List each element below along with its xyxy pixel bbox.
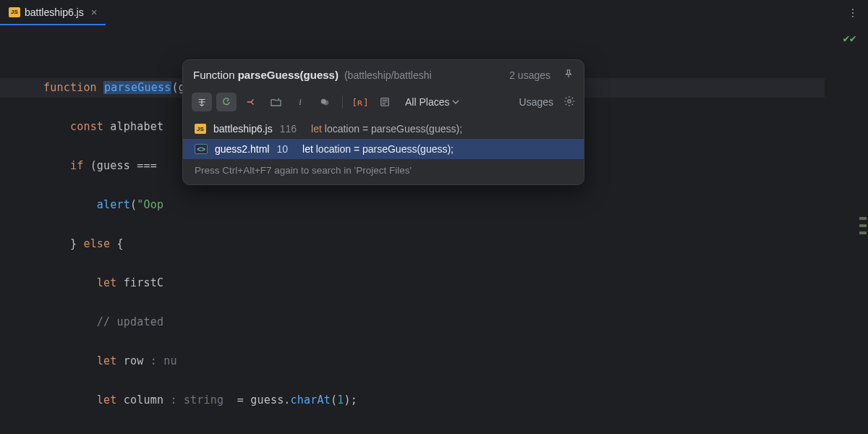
toolbar-btn-filter[interactable]: [192, 93, 212, 111]
usage-file: guess2.html: [215, 143, 269, 155]
usage-code: let location = parseGuess(guess);: [302, 143, 454, 155]
code-line: // updated: [43, 312, 868, 332]
tab-battleship6[interactable]: JS battleship6.js ×: [0, 0, 106, 25]
toolbar-btn-newfolder[interactable]: [265, 93, 286, 111]
places-dropdown[interactable]: All Places: [405, 96, 459, 108]
usage-row[interactable]: JS battleship6.js 116 let location = par…: [183, 119, 584, 139]
gear-icon[interactable]: [563, 95, 575, 109]
usage-code: let location = parseGuess(guess);: [311, 123, 462, 135]
toolbar-btn-brackets[interactable]: [ʀ]: [350, 93, 370, 111]
code-line: [43, 430, 868, 434]
code-line: } else {: [43, 234, 868, 254]
usages-popup-header: Function parseGuess(guess) (battleship/b…: [183, 60, 584, 88]
code-line: alert("Oop: [43, 195, 868, 215]
js-file-icon: JS: [195, 124, 206, 134]
chevron-down-icon: [452, 98, 459, 106]
toolbar-separator: [342, 95, 343, 109]
editor-tabs: JS battleship6.js × ⋯: [0, 0, 868, 26]
toolbar-btn-exclude[interactable]: [241, 93, 261, 111]
usages-footer-hint: Press Ctrl+Alt+F7 again to search in 'Pr…: [183, 159, 584, 184]
close-icon[interactable]: ×: [91, 6, 98, 18]
usage-line: 10: [276, 143, 288, 155]
usage-file: battleship6.js: [213, 123, 273, 135]
code-line: let firstC: [43, 273, 868, 293]
usages-popup: Function parseGuess(guess) (battleship/b…: [182, 59, 584, 185]
usages-title: Function parseGuess(guess): [193, 69, 339, 81]
svg-point-3: [568, 99, 571, 102]
code-line: let row : nu: [43, 352, 868, 371]
tab-filename: battleship6.js: [25, 7, 84, 18]
toolbar-btn-preview[interactable]: [375, 93, 395, 111]
toolbar-btn-refresh[interactable]: [216, 93, 237, 111]
js-file-icon: JS: [9, 7, 20, 17]
usages-count: 2 usages: [509, 69, 550, 81]
more-icon[interactable]: ⋯: [847, 7, 859, 18]
usage-line: 116: [280, 123, 297, 135]
minimap-markers: [859, 217, 867, 239]
usages-path: (battleship/battleshi: [344, 69, 432, 81]
usage-row[interactable]: <> guess2.html 10 let location = parseGu…: [183, 139, 584, 159]
code-line: let column : string = guess.charAt(1);: [43, 391, 868, 410]
toolbar-btn-layers[interactable]: [315, 93, 335, 111]
usages-toolbar: i [ʀ] All Places Usages: [183, 88, 584, 119]
pin-icon[interactable]: [563, 69, 574, 81]
html-file-icon: <>: [195, 144, 208, 154]
usages-label: Usages: [519, 96, 553, 108]
svg-point-1: [323, 100, 328, 105]
inspection-ok-icon[interactable]: ✔✔: [843, 29, 856, 48]
toolbar-btn-info[interactable]: i: [290, 93, 310, 111]
